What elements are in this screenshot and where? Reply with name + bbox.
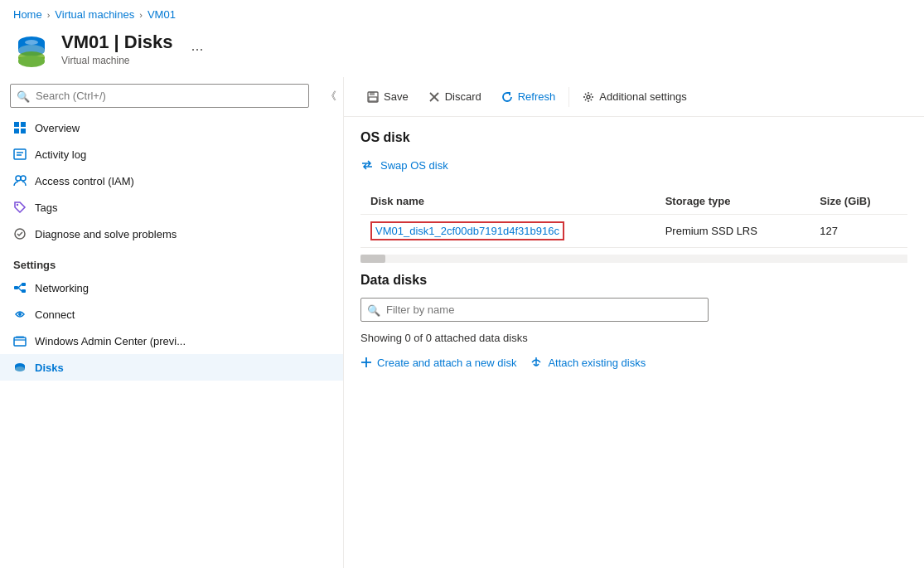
sidebar-label-access: Access control (IAM) <box>35 175 134 187</box>
svg-rect-10 <box>21 129 26 134</box>
svg-rect-31 <box>370 92 375 95</box>
table-row: VM01_disk1_2cf00db7191d4f31b916c Premium… <box>360 215 907 248</box>
discard-label: Discard <box>445 90 481 103</box>
sidebar-label-networking: Networking <box>35 282 89 294</box>
search-input[interactable] <box>10 84 309 108</box>
search-bar: 🔍 <box>10 84 309 108</box>
diagnose-icon <box>13 227 27 240</box>
toolbar: Save Discard Refresh <box>344 77 924 117</box>
sidebar-item-access-control[interactable]: Access control (IAM) <box>0 167 343 194</box>
search-icon: 🔍 <box>17 90 30 102</box>
svg-point-35 <box>587 95 590 99</box>
collapse-sidebar-button[interactable]: 《 <box>319 85 343 107</box>
access-icon <box>13 174 27 187</box>
filter-icon: 🔍 <box>367 303 380 316</box>
svg-rect-18 <box>14 286 18 289</box>
col-size-gib: Size (GiB) <box>810 188 907 215</box>
create-disk-button[interactable]: Create and attach a new disk <box>360 357 516 369</box>
horizontal-scrollbar[interactable] <box>360 255 907 263</box>
filter-input[interactable] <box>360 298 709 322</box>
data-disks-title: Data disks <box>360 273 907 288</box>
swap-icon <box>360 158 374 172</box>
refresh-label: Refresh <box>518 90 556 103</box>
breadcrumb: Home › Virtual machines › VM01 <box>0 0 924 27</box>
svg-line-21 <box>18 284 22 288</box>
swap-os-disk-button[interactable]: Swap OS disk <box>360 155 907 175</box>
svg-line-22 <box>18 288 22 291</box>
sidebar-label-tags: Tags <box>35 201 57 214</box>
vm-icon <box>13 31 50 67</box>
scroll-thumb <box>360 255 385 263</box>
svg-point-16 <box>17 204 18 206</box>
sidebar-item-disks[interactable]: Disks <box>0 354 343 381</box>
os-disk-table: Disk name Storage type Size (GiB) VM01_d… <box>360 188 907 248</box>
sidebar-item-activity-log[interactable]: Activity log <box>0 141 343 167</box>
vm-title-block: VM01 | Disks Virtual machine <box>61 32 173 66</box>
vm-more-button[interactable]: ··· <box>185 37 210 61</box>
main-layout: 🔍 《 Overview Activity log <box>0 77 924 568</box>
svg-rect-9 <box>14 129 19 134</box>
attach-disk-button[interactable]: Attach existing disks <box>530 356 646 369</box>
svg-point-23 <box>18 313 22 316</box>
plus-icon <box>360 357 372 368</box>
sidebar-item-diagnose[interactable]: Diagnose and solve problems <box>0 221 343 247</box>
svg-rect-26 <box>16 336 24 338</box>
os-disk-section: OS disk Swap OS disk Disk name Storage t… <box>360 130 907 263</box>
discard-button[interactable]: Discard <box>418 85 491 108</box>
svg-rect-8 <box>21 122 26 127</box>
save-button[interactable]: Save <box>357 85 418 108</box>
content-area: Save Discard Refresh <box>344 77 924 568</box>
svg-point-29 <box>15 367 25 371</box>
svg-rect-11 <box>14 149 26 159</box>
col-disk-name: Disk name <box>360 188 656 215</box>
svg-rect-24 <box>14 337 26 346</box>
settings-section-label: Settings <box>0 247 343 274</box>
breadcrumb-sep-1: › <box>47 10 51 20</box>
save-icon <box>367 91 379 103</box>
vm-subtitle: Virtual machine <box>61 55 173 66</box>
sidebar-item-connect[interactable]: Connect <box>0 301 343 328</box>
discard-icon <box>428 91 440 103</box>
sidebar-item-tags[interactable]: Tags <box>0 194 343 221</box>
sidebar-item-networking[interactable]: Networking <box>0 274 343 301</box>
filter-wrap: 🔍 <box>360 298 907 322</box>
admin-icon <box>13 334 27 347</box>
svg-rect-32 <box>369 97 377 101</box>
additional-settings-button[interactable]: Additional settings <box>573 85 697 108</box>
disks-icon <box>13 361 27 374</box>
data-disks-section: Data disks 🔍 Showing 0 of 0 attached dat… <box>360 273 907 369</box>
vm-title: VM01 | Disks <box>61 32 173 53</box>
sidebar-label-overview: Overview <box>35 122 80 134</box>
save-label: Save <box>384 90 409 103</box>
sidebar-label-diagnose: Diagnose and solve problems <box>35 228 177 240</box>
col-storage-type: Storage type <box>656 188 810 215</box>
sidebar: 🔍 《 Overview Activity log <box>0 77 344 568</box>
vm-header: VM01 | Disks Virtual machine ··· <box>0 27 924 77</box>
showing-text: Showing 0 of 0 attached data disks <box>360 332 907 344</box>
attach-icon <box>530 356 543 369</box>
activity-icon <box>13 148 27 161</box>
breadcrumb-home[interactable]: Home <box>13 8 42 21</box>
create-disk-label: Create and attach a new disk <box>377 357 516 369</box>
sidebar-nav: Overview Activity log <box>0 114 343 568</box>
svg-point-3 <box>25 40 38 45</box>
disk-name-cell: VM01_disk1_2cf00db7191d4f31b916c <box>360 215 656 248</box>
disk-name-link[interactable]: VM01_disk1_2cf00db7191d4f31b916c <box>370 221 564 240</box>
tags-icon <box>13 201 27 214</box>
sidebar-item-overview[interactable]: Overview <box>0 114 343 141</box>
svg-point-6 <box>18 56 45 67</box>
sidebar-item-windows-admin[interactable]: Windows Admin Center (previ... <box>0 328 343 354</box>
sidebar-label-activity: Activity log <box>35 148 86 161</box>
refresh-button[interactable]: Refresh <box>491 85 566 108</box>
action-links: Create and attach a new disk Attach exis… <box>360 356 907 369</box>
breadcrumb-sep-2: › <box>139 10 143 20</box>
overview-icon <box>13 121 27 134</box>
storage-type-cell: Premium SSD LRS <box>656 215 810 248</box>
breadcrumb-vms[interactable]: Virtual machines <box>55 8 134 21</box>
content-body: OS disk Swap OS disk Disk name Storage t… <box>344 117 924 382</box>
size-cell: 127 <box>810 215 907 248</box>
sidebar-label-connect: Connect <box>35 308 75 321</box>
settings-gear-icon <box>583 91 594 103</box>
networking-icon <box>13 281 27 294</box>
connect-icon <box>13 308 27 321</box>
